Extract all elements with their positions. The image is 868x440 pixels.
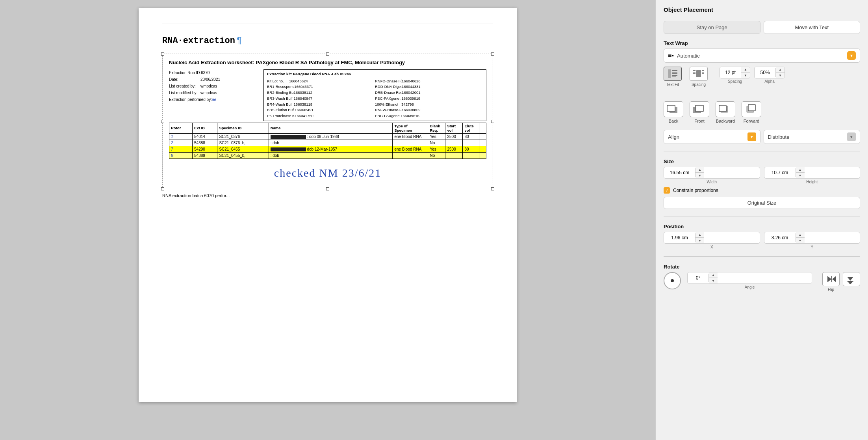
position-x-input[interactable]: 1.96 cm ▲ ▼: [664, 232, 760, 244]
flip-horizontal-button[interactable]: Flip: [822, 272, 840, 292]
value-list-modified: wmpdcas: [200, 89, 217, 96]
text-wrap-label: Text Wrap: [664, 40, 860, 46]
text-wrap-selector[interactable]: ≡▪ Automatic ▾: [664, 48, 860, 63]
spacing-pt-input[interactable]: 12 pt ▲ ▼: [720, 67, 750, 78]
br5: BR5-Elution Buf 166032491: [267, 107, 375, 113]
col-extra: [480, 123, 486, 133]
angle-down[interactable]: ▼: [709, 278, 718, 283]
ext-54290: 54290: [193, 146, 217, 153]
start-8: [445, 153, 463, 159]
ext-54389: 54389: [193, 153, 217, 159]
extra-7: [480, 146, 486, 153]
psc: PSC-PAXgene :166039619: [375, 96, 483, 102]
constrain-checkbox[interactable]: ✓: [664, 187, 670, 194]
name-7: dob 12-Mar-1957: [269, 146, 393, 153]
elute-7: 80: [463, 146, 480, 153]
rotate-dial[interactable]: [664, 272, 681, 289]
size-width-label: Width: [664, 180, 760, 184]
svg-rect-16: [696, 105, 703, 112]
angle-up[interactable]: ▲: [709, 272, 718, 278]
text-wrap-chevron[interactable]: ▾: [847, 51, 856, 60]
spec-sc21-0376: SC21_0376: [217, 133, 269, 140]
handle-top-middle[interactable]: [326, 52, 329, 56]
page-top-line: [162, 24, 493, 24]
position-y-arrows: ▲ ▼: [796, 232, 805, 243]
distribute-dropdown[interactable]: Distribute ▾: [764, 130, 861, 144]
image-frame[interactable]: Nucleic Acid Extraction worksheet: PAXge…: [162, 54, 493, 189]
handle-bottom-middle[interactable]: [326, 187, 329, 190]
handle-top-left[interactable]: [161, 52, 164, 56]
rotate-dot: [671, 279, 674, 282]
svg-marker-25: [832, 276, 836, 282]
spacing-pt-up[interactable]: ▲: [741, 67, 750, 73]
name-1: : dob 08-Jun-1988: [269, 133, 393, 140]
name-8: : dob: [269, 153, 393, 159]
angle-input[interactable]: 0° ▲ ▼: [687, 272, 812, 284]
col-type: Type ofSpecimen: [393, 123, 428, 133]
panel-title: Object Placement: [664, 6, 860, 13]
size-field-group: 16.55 cm ▲ ▼ Width 10.7 cm ▲ ▼ Height: [664, 167, 860, 184]
flip-row: Flip: [822, 272, 860, 292]
rotor-8: 8: [169, 153, 193, 159]
align-chevron-icon[interactable]: ▾: [747, 132, 756, 141]
position-x-up[interactable]: ▲: [696, 232, 704, 238]
size-height-down[interactable]: ▼: [796, 173, 805, 178]
position-x-down[interactable]: ▼: [696, 238, 704, 243]
wrap-icon-text-fit[interactable]: Text Fit: [664, 67, 682, 87]
position-label: Position: [664, 224, 860, 229]
back-button[interactable]: Back: [664, 101, 683, 123]
divider-4: [664, 256, 860, 257]
info-row-1: Extraction Run ID: 6370: [169, 69, 263, 76]
table-row: 1 54014 SC21_0376 : dob 08-Jun-1988 ene …: [169, 133, 486, 140]
ext-54014: 54014: [193, 133, 217, 140]
handle-top-right[interactable]: [491, 52, 494, 56]
size-height-up[interactable]: ▲: [796, 167, 805, 173]
extra-1: [480, 133, 486, 140]
backward-icon: ↓: [716, 101, 735, 117]
handle-middle-right[interactable]: [491, 120, 494, 123]
handwriting-text: checked NM 23/6/21: [169, 159, 486, 183]
alpha-down[interactable]: ▼: [776, 73, 785, 78]
align-label: Align: [668, 134, 745, 140]
spacing-pt-arrows: ▲ ▼: [741, 67, 750, 78]
forward-button[interactable]: ↑ Forward: [742, 101, 761, 123]
backward-button[interactable]: ↓ Backward: [716, 101, 735, 123]
size-height-arrows: ▲ ▼: [796, 167, 805, 178]
original-size-button[interactable]: Original Size: [664, 197, 860, 209]
type-8: [393, 153, 428, 159]
elute-8: [463, 153, 480, 159]
align-dropdown[interactable]: Align ▾: [664, 130, 760, 144]
handle-bottom-left[interactable]: [161, 187, 164, 190]
size-width-down[interactable]: ▼: [696, 173, 704, 178]
flip-vertical-button[interactable]: [843, 272, 860, 292]
handle-bottom-right[interactable]: [491, 187, 494, 190]
front-button[interactable]: Front: [690, 101, 709, 123]
elute-1: 80: [463, 133, 480, 140]
move-with-text-button[interactable]: Move with Text: [764, 21, 861, 34]
svg-rect-0: [668, 69, 671, 78]
size-height-input[interactable]: 10.7 cm ▲ ▼: [764, 167, 861, 179]
alpha-input[interactable]: 50% ▲ ▼: [754, 67, 785, 78]
alpha-up[interactable]: ▲: [776, 67, 785, 73]
size-width-arrows: ▲ ▼: [696, 167, 704, 178]
size-width-input[interactable]: 16.55 cm ▲ ▼: [664, 167, 760, 179]
stay-on-page-button[interactable]: Stay on Page: [664, 21, 760, 34]
label-date: Date:: [169, 76, 200, 83]
position-y-input[interactable]: 3.26 cm ▲ ▼: [764, 232, 861, 244]
constrain-row: ✓ Constrain proportions: [664, 187, 860, 194]
size-height-label: Height: [764, 180, 861, 184]
info-row-2: Date: 23/06/2021: [169, 76, 263, 83]
divider-2: [664, 151, 860, 151]
alpha-label: Alpha: [764, 79, 775, 84]
position-y-down[interactable]: ▼: [796, 238, 805, 243]
distribute-chevron-icon[interactable]: ▾: [847, 132, 856, 141]
position-y-up[interactable]: ▲: [796, 232, 805, 238]
spacing-pt-down[interactable]: ▼: [741, 73, 750, 78]
doc-title: Nucleic Acid Extraction worksheet: PAXge…: [169, 60, 486, 65]
handle-middle-left[interactable]: [161, 120, 164, 123]
rotate-row: 0° ▲ ▼ Angle: [664, 272, 860, 292]
text-fit-icon: [666, 69, 679, 79]
size-width-up[interactable]: ▲: [696, 167, 704, 173]
wrap-icon-spacing[interactable]: Spacing: [690, 67, 708, 87]
label-list-modified: List modified by:: [169, 89, 200, 96]
